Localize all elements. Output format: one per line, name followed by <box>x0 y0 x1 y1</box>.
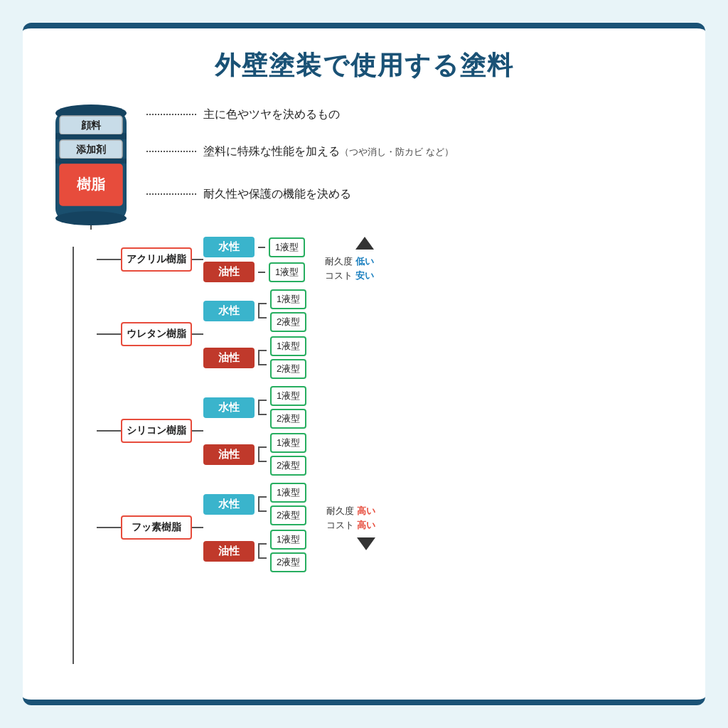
silicone-water-liquids: 1液型 2液型 <box>270 386 306 429</box>
silicone-mid-hline <box>192 430 203 432</box>
svg-rect-5 <box>55 134 127 139</box>
urethane-hline <box>97 333 121 335</box>
fw-line2 <box>258 510 267 512</box>
acrylic-oil-box: 油性 <box>203 262 255 282</box>
barrel-svg: 顔料 添加剤 樹脂 <box>48 102 134 230</box>
acrylic-label: アクリル樹脂 <box>127 253 186 264</box>
urethane-mid-hline <box>192 333 203 335</box>
uw-vline <box>258 304 259 317</box>
silicone-oil-row: 油性 1液型 2液型 <box>203 433 306 476</box>
acrylic-box: アクリル樹脂 <box>121 247 192 272</box>
fw-vline <box>258 498 259 510</box>
fo-line2 <box>258 557 267 559</box>
sw-vline <box>258 401 259 414</box>
fluorine-oil-row: 油性 1液型 2液型 <box>203 530 306 572</box>
acrylic-oil-line <box>258 272 265 273</box>
labels-section: 主に色やツヤを決めるもの 塗料に特殊な性能を加える（つや消し・防カビ など） 耐… <box>146 102 454 214</box>
durability-low-val: 低い <box>355 256 374 267</box>
uo-1liq: 1液型 <box>270 336 306 356</box>
sw-2liq: 2液型 <box>270 409 306 429</box>
arrow-up-icon <box>355 237 374 250</box>
trunk-line <box>73 247 74 664</box>
acrylic-nature-group: 水性 1液型 油性 1液型 <box>203 237 305 282</box>
resin-row-acrylic: アクリル樹脂 水性 1液型 油性 1液型 <box>97 237 680 282</box>
tenkazai-label-text: 塗料に特殊な性能を加える（つや消し・防カビ など） <box>203 144 454 159</box>
svg-text:添加剤: 添加剤 <box>76 144 106 155</box>
fo-vline <box>258 545 259 557</box>
fluorine-water-row: 水性 1液型 2液型 <box>203 483 306 525</box>
main-card: 外壁塗装で使用する塗料 顔料 <box>23 23 705 705</box>
acrylic-oil-row: 油性 1液型 <box>203 262 305 282</box>
urethane-nature-group: 水性 1液型 2液型 油性 <box>203 289 306 379</box>
jushi-label-row: 耐久性や保護の機能を決める <box>146 181 454 207</box>
silicone-oil-box: 油性 <box>203 444 255 465</box>
silicone-hline <box>97 430 121 432</box>
uw-1liq: 1液型 <box>270 289 306 309</box>
tenkazai-label-row: 塗料に特殊な性能を加える（つや消し・防カビ など） <box>146 139 454 164</box>
uw-2liq: 2液型 <box>270 312 306 332</box>
acrylic-water-1liq: 1液型 <box>269 237 305 257</box>
uo-2liq: 2液型 <box>270 359 306 379</box>
fluorine-water-box: 水性 <box>203 494 255 515</box>
fw-branch <box>258 496 267 512</box>
durability-low-label: 耐久度 低い <box>325 255 374 268</box>
side-info-bottom: 耐久度 高い コスト 高い <box>326 505 375 550</box>
urethane-oil-box: 油性 <box>203 348 255 368</box>
fluorine-water-liquids: 1液型 2液型 <box>270 483 306 525</box>
resin-row-urethane: ウレタン樹脂 水性 1液型 2液型 <box>97 289 680 379</box>
silicone-oil-liquids: 1液型 2液型 <box>270 433 306 476</box>
barrel: 顔料 添加剤 樹脂 <box>48 102 134 215</box>
cost-cheap-label: コスト 安い <box>325 269 374 282</box>
urethane-oil-liquids: 1液型 2液型 <box>270 336 306 379</box>
fluorine-label: フッ素樹脂 <box>132 521 181 532</box>
side-info-top: 耐久度 低い コスト 安い <box>325 237 374 282</box>
so-vline <box>258 448 259 461</box>
fluorine-mid-hline <box>192 527 203 528</box>
jushi-label-text: 耐久性や保護の機能を決める <box>203 187 351 202</box>
urethane-water-row: 水性 1液型 2液型 <box>203 289 306 332</box>
urethane-water-box: 水性 <box>203 301 255 321</box>
urethane-water-liquids: 1液型 2液型 <box>270 289 306 332</box>
fluorine-oil-box: 油性 <box>203 541 255 562</box>
fw-1liq: 1液型 <box>270 483 306 503</box>
resin-row-silicone: シリコン樹脂 水性 1液型 2液型 <box>97 386 680 476</box>
fluorine-nature-group: 水性 1液型 2液型 油性 <box>203 483 306 572</box>
ganryo-label-row: 主に色やツヤを決めるもの <box>146 102 454 127</box>
fluorine-oil-liquids: 1液型 2液型 <box>270 530 306 572</box>
silicone-water-box: 水性 <box>203 397 255 418</box>
sw-1liq: 1液型 <box>270 386 306 406</box>
so-2liq: 2液型 <box>270 456 306 476</box>
arrow-down-icon <box>357 537 375 550</box>
acrylic-hline <box>97 259 121 260</box>
fluorine-hline <box>97 527 121 528</box>
so-branch <box>258 446 267 462</box>
so-line2 <box>258 461 267 462</box>
durability-high-val: 高い <box>357 505 375 516</box>
urethane-oil-branch <box>258 350 267 365</box>
silicone-label: シリコン樹脂 <box>127 424 186 436</box>
uo-line2 <box>258 364 267 365</box>
tree-section: アクリル樹脂 水性 1液型 油性 1液型 <box>48 231 680 680</box>
urethane-water-branch <box>258 303 267 318</box>
sw-branch <box>258 400 267 415</box>
fo-1liq: 1液型 <box>270 530 306 550</box>
urethane-box: ウレタン樹脂 <box>121 322 192 346</box>
urethane-oil-row: 油性 1液型 2液型 <box>203 336 306 379</box>
silicone-box: シリコン樹脂 <box>121 419 192 443</box>
cost-high-label: コスト 高い <box>326 519 375 532</box>
trunk-area <box>48 231 97 680</box>
urethane-label: ウレタン樹脂 <box>127 328 186 339</box>
tenkazai-dot <box>146 151 196 152</box>
durability-high-label: 耐久度 高い <box>326 505 375 518</box>
acrylic-water-box: 水性 <box>203 237 255 257</box>
acrylic-water-row: 水性 1液型 <box>203 237 305 257</box>
fo-branch <box>258 543 267 559</box>
so-1liq: 1液型 <box>270 433 306 453</box>
silicone-nature-group: 水性 1液型 2液型 油性 <box>203 386 306 476</box>
resin-row-fluorine: フッ素樹脂 水性 1液型 2液型 <box>97 483 680 572</box>
cost-high-val: 高い <box>357 520 375 530</box>
ganryo-dot <box>146 114 196 115</box>
sw-line2 <box>258 414 267 415</box>
top-section: 顔料 添加剤 樹脂 <box>48 96 680 215</box>
page-title: 外壁塗装で使用する塗料 <box>48 48 680 83</box>
